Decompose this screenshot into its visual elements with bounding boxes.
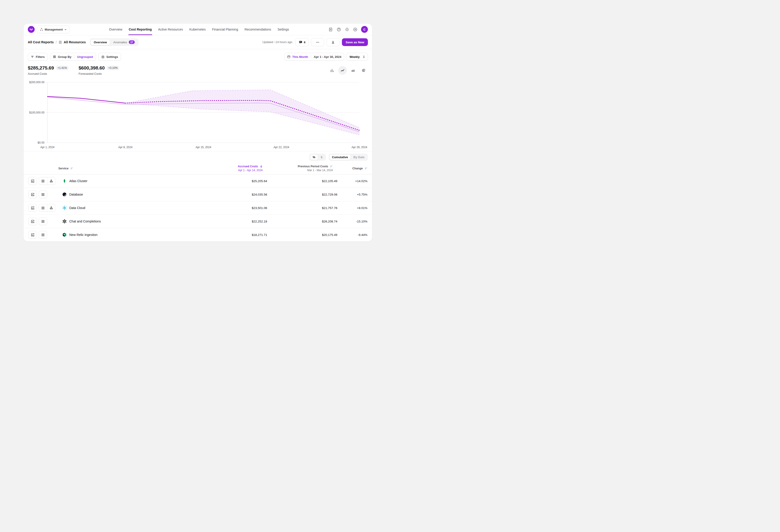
- vantage-logo[interactable]: [28, 26, 35, 33]
- notifications-icon[interactable]: [345, 27, 349, 32]
- add-to-report-button[interactable]: [28, 177, 37, 185]
- tab-overview[interactable]: Overview: [91, 39, 110, 45]
- column-service[interactable]: Service: [28, 167, 194, 170]
- previous-period-cost-value: $21,757.76: [267, 206, 337, 210]
- workspace-switcher[interactable]: Management: [37, 26, 70, 33]
- group-by-button[interactable]: Group By Ungrouped: [50, 53, 96, 61]
- x-axis-tick-label: Apr 1, 2024: [40, 146, 54, 149]
- nav-item-recommendations[interactable]: Recommendations: [245, 24, 271, 35]
- previous-header-range: Mar 1 - Mar 14, 2024: [262, 169, 333, 172]
- group-costs-button[interactable]: [39, 177, 47, 185]
- previous-period-cost-value: $22,729.06: [267, 193, 337, 196]
- nav-item-kubernetes[interactable]: Kubernetes: [189, 24, 206, 35]
- nav-item-overview[interactable]: Overview: [109, 24, 122, 35]
- service-cell: Atlas Cluster: [24, 177, 199, 185]
- dollar-toggle[interactable]: $: [318, 154, 325, 160]
- cost-forecast-chart[interactable]: $200,000.00$100,000.00$0.00Apr 1, 2024Ap…: [24, 78, 372, 150]
- nav-item-active-resources[interactable]: Active Resources: [158, 24, 183, 35]
- row-view-buttons: [39, 231, 47, 239]
- tab-anomalies[interactable]: Anomalies 17: [110, 39, 138, 45]
- service-logo: [62, 192, 67, 197]
- bar-chart-icon[interactable]: [328, 66, 336, 75]
- more-actions-button[interactable]: [311, 38, 324, 46]
- date-range-button[interactable]: This Month Apr 1 - Apr 30, 2024: [284, 53, 344, 61]
- percent-label: %: [313, 155, 315, 159]
- area-chart-icon[interactable]: [349, 66, 357, 75]
- org-icon: [40, 28, 43, 31]
- change-percent-value: +8.01%: [337, 206, 372, 210]
- forecasted-costs-delta: +3.10%: [107, 66, 119, 70]
- view-resources-button[interactable]: [47, 177, 55, 185]
- add-to-chart-icon: [31, 233, 35, 237]
- add-to-report-button[interactable]: [28, 217, 37, 225]
- previous-period-cost-value: $22,105.49: [267, 179, 337, 183]
- help-icon[interactable]: [336, 27, 341, 32]
- logo-mark-icon: [29, 27, 33, 32]
- group-costs-button[interactable]: [39, 231, 47, 238]
- settings-button[interactable]: Settings: [98, 53, 121, 61]
- grid-icon: [41, 179, 45, 183]
- add-icon[interactable]: [353, 27, 357, 32]
- pie-chart-icon[interactable]: [359, 66, 368, 75]
- add-to-chart-icon: [31, 220, 35, 224]
- group-costs-button[interactable]: [39, 191, 47, 198]
- add-to-report-button[interactable]: [28, 191, 37, 198]
- column-accrued-costs[interactable]: Accrued Costs Apr 1 - Apr 14, 2024: [194, 165, 262, 172]
- cumulative-label: Cumulative: [332, 155, 348, 159]
- x-axis-tick-label: Apr 15, 2024: [196, 146, 211, 149]
- settings-label: Settings: [106, 55, 118, 59]
- anomalies-count-badge: 17: [129, 40, 135, 44]
- grid-icon: [41, 193, 45, 196]
- table-row: New Relic Ingestion$18,271.71$20,175.49-…: [24, 228, 372, 241]
- save-as-new-button[interactable]: Save as New: [342, 38, 368, 46]
- nav-item-cost-reporting[interactable]: Cost Reporting: [129, 24, 152, 35]
- add-to-report-button[interactable]: [28, 231, 37, 239]
- accrued-costs-metric: $285,275.69 +1.41% Accrued Costs: [28, 65, 68, 76]
- group-by-label: Group By: [58, 55, 71, 59]
- service-header-label: Service: [58, 167, 68, 170]
- column-change[interactable]: Change: [333, 167, 368, 170]
- filter-toolbar: Filters Group By Ungrouped Settings: [24, 49, 372, 61]
- grid-icon: [41, 206, 45, 210]
- table-row: Database$24,035.56$22,729.06+5.75%: [24, 188, 372, 201]
- cost-chart-region[interactable]: $200,000.00$100,000.00$0.00Apr 1, 2024Ap…: [24, 78, 372, 151]
- view-resources-button[interactable]: [47, 204, 55, 211]
- service-cell: New Relic Ingestion: [24, 231, 199, 239]
- breadcrumb-all-cost-reports[interactable]: All Cost Reports: [28, 40, 54, 44]
- sort-desc-icon: [260, 165, 262, 168]
- accrued-costs-label: Accrued Costs: [28, 72, 68, 76]
- reports-icon[interactable]: [328, 27, 333, 32]
- download-icon: [331, 40, 335, 44]
- openai-logo-icon: [62, 219, 67, 224]
- column-previous-period[interactable]: Previous Period Costs Mar 1 - Mar 14, 20…: [262, 165, 333, 172]
- group-by-value: Ungrouped: [77, 55, 93, 59]
- accrued-cost-value: $23,501.06: [199, 206, 267, 210]
- change-percent-value: +5.75%: [337, 193, 372, 196]
- nav-item-financial-planning[interactable]: Financial Planning: [212, 24, 238, 35]
- table-row: Chat and Completions$22,252.18$26,208.74…: [24, 215, 372, 228]
- comments-button[interactable]: 4: [295, 38, 309, 46]
- by-date-toggle[interactable]: By Date: [351, 154, 367, 160]
- service-logo: [62, 219, 67, 224]
- breadcrumb-report-name[interactable]: All Resources: [63, 40, 86, 44]
- download-button[interactable]: [327, 38, 340, 46]
- line-chart-icon[interactable]: [338, 66, 347, 75]
- add-to-report-button[interactable]: [28, 204, 37, 212]
- report-doc-icon: [59, 41, 62, 44]
- user-avatar[interactable]: C: [361, 26, 368, 33]
- group-costs-button[interactable]: [39, 204, 47, 211]
- group-costs-button[interactable]: [39, 218, 47, 225]
- nav-item-settings[interactable]: Settings: [278, 24, 289, 35]
- x-axis-tick-label: Apr 29, 2024: [351, 146, 367, 149]
- toolbar-right: This Month Apr 1 - Apr 30, 2024 Weekly: [284, 53, 368, 61]
- granularity-select[interactable]: Weekly: [346, 53, 368, 61]
- filters-label: Filters: [36, 55, 45, 59]
- updated-timestamp: Updated ~14 hours ago: [262, 41, 292, 44]
- cumulative-toggle[interactable]: Cumulative: [329, 154, 351, 160]
- filters-button[interactable]: Filters: [28, 53, 48, 61]
- row-view-buttons: [39, 177, 55, 185]
- percent-toggle[interactable]: %: [310, 154, 318, 160]
- service-name: New Relic Ingestion: [69, 233, 98, 237]
- chevron-down-icon: [64, 28, 67, 31]
- y-axis-tick-label: $100,000.00: [29, 111, 44, 114]
